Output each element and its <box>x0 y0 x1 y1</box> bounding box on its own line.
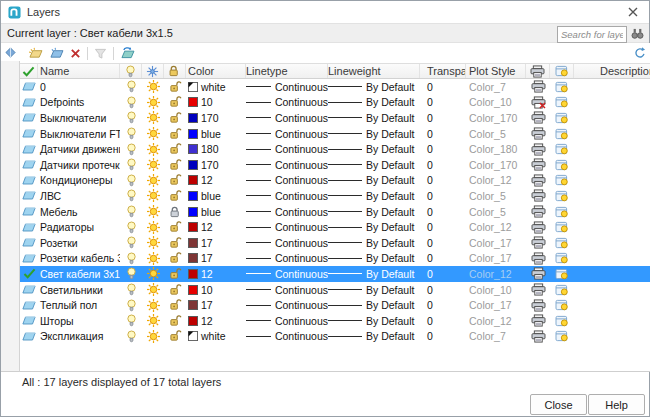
layer-name[interactable]: Датчики протечк... <box>38 157 120 173</box>
layer-on-toggle[interactable] <box>120 313 142 329</box>
column-freeze[interactable] <box>142 64 164 78</box>
layer-vp-plot-toggle[interactable] <box>550 251 574 267</box>
layer-transparency-cell[interactable]: 0 <box>420 329 466 345</box>
layer-on-toggle[interactable] <box>120 219 142 235</box>
layer-color-cell[interactable]: white <box>186 79 246 95</box>
delete-layer-button[interactable] <box>69 47 82 60</box>
layer-row[interactable]: Датчики протечк...170ContinuousBy Defaul… <box>20 157 650 173</box>
layer-color-cell[interactable]: 170 <box>186 110 246 126</box>
layer-freeze-toggle[interactable] <box>142 173 164 189</box>
layer-row[interactable]: Выключатели170ContinuousBy Default0Color… <box>20 110 650 126</box>
layer-color-cell[interactable]: 10 <box>186 95 246 111</box>
layer-freeze-toggle[interactable] <box>142 266 164 282</box>
layer-plot-toggle[interactable] <box>526 329 550 345</box>
layer-on-toggle[interactable] <box>120 282 142 298</box>
column-vp-plot[interactable] <box>550 64 574 78</box>
layer-plot-toggle[interactable] <box>526 204 550 220</box>
column-linetype[interactable]: Linetype <box>246 64 328 78</box>
layer-row[interactable]: Теплый пол17ContinuousBy Default0Color_1… <box>20 297 650 313</box>
layer-linetype-cell[interactable]: Continuous <box>246 141 328 157</box>
layer-linetype-cell[interactable]: Continuous <box>246 157 328 173</box>
layer-on-toggle[interactable] <box>120 110 142 126</box>
layer-lineweight-cell[interactable]: By Default <box>328 188 420 204</box>
layer-color-cell[interactable]: 12 <box>186 219 246 235</box>
layer-lineweight-cell[interactable]: By Default <box>328 110 420 126</box>
layer-name[interactable]: 0 <box>38 79 120 95</box>
layer-transparency-cell[interactable]: 0 <box>420 126 466 142</box>
layer-vp-plot-toggle[interactable] <box>550 79 574 95</box>
layer-lineweight-cell[interactable]: By Default <box>328 204 420 220</box>
layer-lock-toggle[interactable] <box>164 313 186 329</box>
layer-description-cell[interactable] <box>574 235 650 251</box>
layer-freeze-toggle[interactable] <box>142 141 164 157</box>
layer-name[interactable]: Defpoints <box>38 95 120 111</box>
layer-row[interactable]: Выключатели FTPblueContinuousBy Default0… <box>20 126 650 142</box>
layer-plot-toggle[interactable] <box>526 282 550 298</box>
layer-color-cell[interactable]: 17 <box>186 235 246 251</box>
layer-description-cell[interactable] <box>574 219 650 235</box>
layer-description-cell[interactable] <box>574 282 650 298</box>
layer-on-toggle[interactable] <box>120 251 142 267</box>
layer-on-toggle[interactable] <box>120 157 142 173</box>
layer-linetype-cell[interactable]: Continuous <box>246 297 328 313</box>
layer-vp-plot-toggle[interactable] <box>550 188 574 204</box>
column-color[interactable]: Color <box>186 64 246 78</box>
layer-freeze-toggle[interactable] <box>142 313 164 329</box>
layer-lineweight-cell[interactable]: By Default <box>328 297 420 313</box>
layer-color-cell[interactable]: 12 <box>186 266 246 282</box>
layer-row[interactable]: Шторы12ContinuousBy Default0Color_12 <box>20 313 650 329</box>
layer-plot-toggle[interactable] <box>526 266 550 282</box>
layer-transparency-cell[interactable]: 0 <box>420 282 466 298</box>
layer-color-cell[interactable]: white <box>186 329 246 345</box>
layer-vp-plot-toggle[interactable] <box>550 110 574 126</box>
layer-row[interactable]: Датчики движения180ContinuousBy Default0… <box>20 141 650 157</box>
layer-color-cell[interactable]: 12 <box>186 313 246 329</box>
layer-lineweight-cell[interactable]: By Default <box>328 313 420 329</box>
layer-on-toggle[interactable] <box>120 79 142 95</box>
layer-linetype-cell[interactable]: Continuous <box>246 79 328 95</box>
layer-name[interactable]: Кондиционеры <box>38 173 120 189</box>
layer-lineweight-cell[interactable]: By Default <box>328 126 420 142</box>
layer-linetype-cell[interactable]: Continuous <box>246 126 328 142</box>
layer-name[interactable]: Экспликация <box>38 329 120 345</box>
layer-vp-plot-toggle[interactable] <box>550 126 574 142</box>
layer-freeze-toggle[interactable] <box>142 126 164 142</box>
layer-name[interactable]: Датчики движения <box>38 141 120 157</box>
column-plot-style[interactable]: Plot Style <box>466 64 526 78</box>
layer-row[interactable]: Defpoints10ContinuousBy Default0Color_10 <box>20 95 650 111</box>
layer-name[interactable]: Выключатели <box>38 110 120 126</box>
layer-linetype-cell[interactable]: Continuous <box>246 95 328 111</box>
layer-transparency-cell[interactable]: 0 <box>420 313 466 329</box>
layer-plot-toggle[interactable] <box>526 173 550 189</box>
layer-plot-toggle[interactable] <box>526 95 550 111</box>
layer-freeze-toggle[interactable] <box>142 204 164 220</box>
layer-description-cell[interactable] <box>574 188 650 204</box>
layer-color-cell[interactable]: 17 <box>186 297 246 313</box>
layer-lineweight-cell[interactable]: By Default <box>328 141 420 157</box>
layer-color-cell[interactable]: 180 <box>186 141 246 157</box>
layer-vp-plot-toggle[interactable] <box>550 95 574 111</box>
layer-description-cell[interactable] <box>574 157 650 173</box>
layer-description-cell[interactable] <box>574 266 650 282</box>
layer-linetype-cell[interactable]: Continuous <box>246 329 328 345</box>
layer-transparency-cell[interactable]: 0 <box>420 141 466 157</box>
close-button[interactable]: Close <box>530 394 587 415</box>
layer-on-toggle[interactable] <box>120 188 142 204</box>
layer-row[interactable]: Розетки17ContinuousBy Default0Color_17 <box>20 235 650 251</box>
layer-plot-toggle[interactable] <box>526 157 550 173</box>
layer-lineweight-cell[interactable]: By Default <box>328 95 420 111</box>
layer-freeze-toggle[interactable] <box>142 329 164 345</box>
layer-lock-toggle[interactable] <box>164 188 186 204</box>
layer-freeze-toggle[interactable] <box>142 251 164 267</box>
layer-row[interactable]: Розетки кабель 3...17ContinuousBy Defaul… <box>20 251 650 267</box>
layer-on-toggle[interactable] <box>120 95 142 111</box>
layer-lineweight-cell[interactable]: By Default <box>328 219 420 235</box>
layer-linetype-cell[interactable]: Continuous <box>246 235 328 251</box>
layer-lineweight-cell[interactable]: By Default <box>328 251 420 267</box>
layer-transparency-cell[interactable]: 0 <box>420 79 466 95</box>
layer-freeze-toggle[interactable] <box>142 188 164 204</box>
column-description[interactable]: Description <box>574 64 650 78</box>
layer-freeze-toggle[interactable] <box>142 235 164 251</box>
layer-plot-toggle[interactable] <box>526 188 550 204</box>
layer-transparency-cell[interactable]: 0 <box>420 173 466 189</box>
